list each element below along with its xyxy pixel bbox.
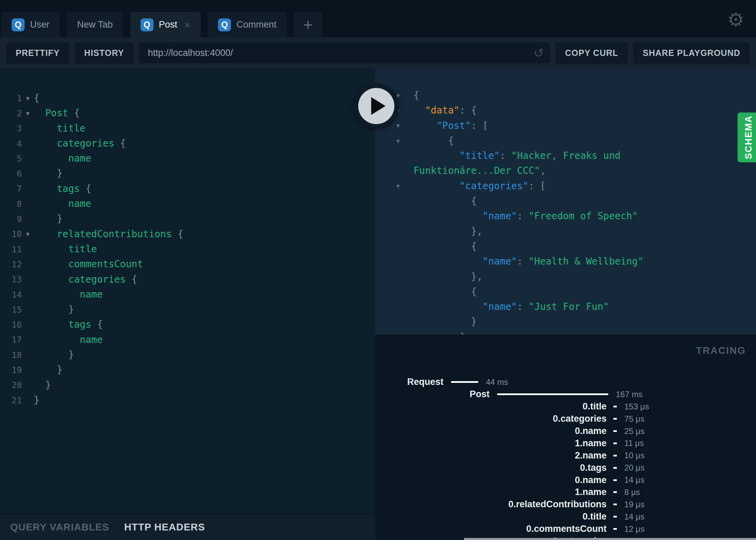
line-number: 15 xyxy=(0,305,22,315)
tracing-row-duration: 153 μs xyxy=(624,402,649,411)
code-line-text: Funktionäre...Der CCC", xyxy=(413,163,546,178)
response-line: { xyxy=(375,194,756,209)
execute-query-button-circle xyxy=(358,88,394,124)
tracing-duration-bar xyxy=(497,393,608,395)
tracing-duration-dash xyxy=(613,430,617,432)
tracing-row-label: Request xyxy=(375,377,444,387)
tracing-duration-dash xyxy=(613,467,617,469)
response-line: "title": "Hacker, Freaks und xyxy=(375,148,756,163)
tab-new-tab[interactable]: New Tab xyxy=(67,12,123,38)
response-line: Funktionäre...Der CCC", xyxy=(375,163,756,178)
code-line-text: { xyxy=(34,91,40,106)
query-variables-tab[interactable]: QUERY VARIABLES xyxy=(10,522,109,533)
editor-line: 8 name xyxy=(0,196,375,211)
line-number: 2 xyxy=(0,108,22,118)
query-editor[interactable]: 1▾{2▾ Post {3 title4 categories {5 name6… xyxy=(0,68,375,513)
code-line-text: title xyxy=(34,121,86,136)
editor-line: 10▾ relatedContributions { xyxy=(0,227,375,242)
prettify-button[interactable]: PRETTIFY xyxy=(6,42,69,64)
tracing-row-label: 0.title xyxy=(375,401,607,412)
editor-line: 9 } xyxy=(0,211,375,226)
http-headers-tab[interactable]: HTTP HEADERS xyxy=(124,522,205,533)
tracing-duration-dash xyxy=(613,491,617,493)
code-line-text: } xyxy=(34,166,62,181)
history-button[interactable]: HISTORY xyxy=(75,42,134,64)
editor-footer-bar: QUERY VARIABLES HTTP HEADERS xyxy=(0,513,375,540)
editor-line: 11 title xyxy=(0,242,375,257)
code-line-text: "name": "Health & Wellbeing" xyxy=(413,254,643,269)
tab-comment[interactable]: QComment xyxy=(208,12,287,38)
code-line-text: } xyxy=(34,302,74,317)
response-line: ] xyxy=(375,330,756,335)
line-number: 17 xyxy=(0,335,22,345)
fold-arrow-icon[interactable]: ▾ xyxy=(375,137,413,145)
response-line: ▾ { xyxy=(375,133,756,148)
response-viewer: ▾{▾ "data": {▾ "Post": [▾ { "title": "Ha… xyxy=(375,68,756,335)
tracing-row-duration: 20 μs xyxy=(624,463,644,472)
tracing-row-duration: 19 μs xyxy=(624,500,644,509)
editor-line: 15 } xyxy=(0,302,375,317)
tracing-row: 0.categories75 μs xyxy=(375,413,756,425)
horizontal-scrollbar[interactable] xyxy=(464,538,756,540)
tracing-row-duration: 8 μs xyxy=(624,487,640,497)
endpoint-url-input[interactable]: http://localhost:4000/ ↺ xyxy=(139,42,550,63)
line-number: 20 xyxy=(0,380,22,390)
code-line-text: categories { xyxy=(34,272,137,287)
fold-arrow-icon[interactable]: ▾ xyxy=(22,109,34,117)
code-line-text: tags { xyxy=(34,181,91,196)
response-line: "name": "Health & Wellbeing" xyxy=(375,254,756,269)
schema-side-tab[interactable]: SCHEMA xyxy=(738,112,756,162)
tracing-rows: Request44 msPost167 ms0.title153 μs0.cat… xyxy=(375,376,756,540)
share-playground-button[interactable]: SHARE PLAYGROUND xyxy=(633,42,750,64)
editor-line: 1▾{ xyxy=(0,91,375,106)
tab-post[interactable]: QPost× xyxy=(130,12,201,38)
line-number: 19 xyxy=(0,365,22,375)
tracing-row: 0.name14 μs xyxy=(375,474,756,486)
editor-line: 16 tags { xyxy=(0,317,375,332)
fold-arrow-icon[interactable]: ▾ xyxy=(22,230,34,238)
tab-bar: QUserNew TabQPost×QComment+ ⚙ xyxy=(0,0,756,38)
editor-line: 5 name xyxy=(0,151,375,166)
fold-arrow-icon[interactable]: ▾ xyxy=(22,94,34,102)
code-line-text: "data": { xyxy=(413,103,477,118)
new-tab-button[interactable]: + xyxy=(294,12,322,38)
tracing-row-label: 0.title xyxy=(375,511,607,522)
tracing-row: 2.name10 μs xyxy=(375,449,756,462)
line-number: 5 xyxy=(0,154,22,164)
code-line-text: ] xyxy=(413,330,465,335)
response-line: "name": "Freedom of Speech" xyxy=(375,209,756,224)
settings-gear-icon[interactable]: ⚙ xyxy=(727,10,744,29)
code-line-text: commentsCount xyxy=(34,257,143,272)
editor-line: 19 } xyxy=(0,362,375,377)
tracing-row: 0.relatedContributions19 μs xyxy=(375,498,756,511)
tracing-row-label: 1.name xyxy=(375,438,607,449)
code-line-text: "title": "Hacker, Freaks und xyxy=(413,148,621,163)
close-tab-icon[interactable]: × xyxy=(184,19,191,30)
response-line: ▾{ xyxy=(375,88,756,103)
tracing-row-label: 0.tags xyxy=(375,463,607,473)
tracing-duration-bar xyxy=(451,381,478,383)
copy-curl-button[interactable]: COPY CURL xyxy=(555,42,628,64)
line-number: 12 xyxy=(0,259,22,269)
tracing-row-label: 0.name xyxy=(375,426,607,436)
tracing-row: Post167 ms xyxy=(375,388,756,401)
code-line-text: } xyxy=(413,314,477,329)
response-line: } xyxy=(375,314,756,329)
tab-user[interactable]: QUser xyxy=(1,12,60,38)
tracing-row-duration: 14 μs xyxy=(624,512,644,522)
code-line-text: tags { xyxy=(34,317,103,332)
editor-line: 14 name xyxy=(0,287,375,302)
editor-line: 17 name xyxy=(0,332,375,347)
editor-line: 13 categories { xyxy=(0,272,375,287)
response-line: ▾ "Post": [ xyxy=(375,118,756,133)
tracing-row: Request44 ms xyxy=(375,376,756,388)
editor-line: 21} xyxy=(0,393,375,408)
line-number: 10 xyxy=(0,229,22,239)
editor-line: 3 title xyxy=(0,121,375,136)
code-line-text: } xyxy=(34,347,74,362)
reload-schema-icon[interactable]: ↺ xyxy=(534,46,544,60)
execute-query-button[interactable] xyxy=(353,83,399,129)
fold-arrow-icon[interactable]: ▾ xyxy=(375,182,413,190)
code-line-text: name xyxy=(34,287,103,302)
line-number: 18 xyxy=(0,350,22,360)
